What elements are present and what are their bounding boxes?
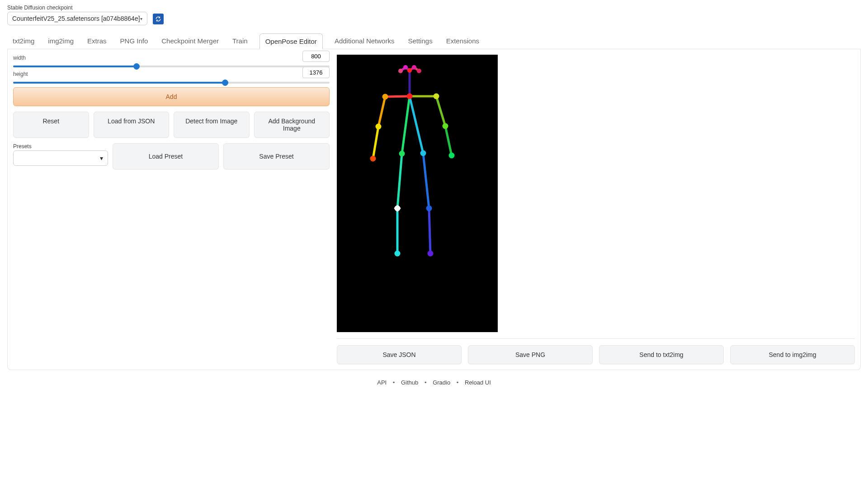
height-value[interactable]: [302, 67, 330, 78]
tab-checkpoint-merger[interactable]: Checkpoint Merger: [160, 33, 221, 49]
move-cursor-icon: [394, 205, 401, 211]
joint-l_wrist[interactable]: [449, 153, 455, 159]
detect-image-button[interactable]: Detect from Image: [174, 112, 250, 138]
footer-api-link[interactable]: API: [377, 379, 387, 386]
checkpoint-value: CounterfeitV25_25.safetensors [a074b8864…: [12, 15, 140, 22]
footer-github-link[interactable]: Github: [401, 379, 418, 386]
tab-settings[interactable]: Settings: [406, 33, 434, 49]
limb-l_shoulder-l_elbow[interactable]: [436, 96, 445, 126]
save-preset-button[interactable]: Save Preset: [223, 143, 330, 169]
refresh-icon: [155, 16, 161, 22]
limb-l_knee-l_ankle[interactable]: [429, 208, 430, 253]
joint-l_elbow[interactable]: [443, 123, 448, 129]
limb-neck-r_shoulder[interactable]: [385, 96, 410, 97]
chevron-down-icon: ▾: [140, 16, 142, 21]
send-img2img-button[interactable]: Send to img2img: [730, 345, 855, 364]
joint-nose[interactable]: [407, 68, 412, 73]
presets-label: Presets: [13, 143, 108, 150]
refresh-checkpoints-button[interactable]: [153, 14, 164, 24]
limb-r_shoulder-r_elbow[interactable]: [378, 97, 385, 127]
width-slider[interactable]: [13, 66, 330, 67]
joint-l_ear[interactable]: [417, 69, 421, 73]
tab-extras[interactable]: Extras: [85, 33, 108, 49]
joint-neck[interactable]: [407, 94, 413, 99]
tab-additional-networks[interactable]: Additional Networks: [333, 33, 396, 49]
add-bg-button[interactable]: Add Background Image: [254, 112, 330, 138]
joint-r_hip[interactable]: [399, 151, 405, 157]
main-tabs: txt2imgimg2imgExtrasPNG InfoCheckpoint M…: [7, 30, 861, 49]
joint-l_knee[interactable]: [426, 206, 432, 211]
checkpoint-select[interactable]: CounterfeitV25_25.safetensors [a074b8864…: [7, 12, 147, 25]
joint-r_elbow[interactable]: [376, 124, 382, 130]
save-json-button[interactable]: Save JSON: [337, 345, 462, 364]
joint-r_shoulder[interactable]: [382, 94, 388, 100]
send-txt2img-button[interactable]: Send to txt2img: [599, 345, 724, 364]
limb-l_elbow-l_wrist[interactable]: [445, 126, 452, 155]
limb-neck-r_hip[interactable]: [402, 96, 410, 154]
tab-txt2img[interactable]: txt2img: [11, 33, 36, 49]
tab-png-info[interactable]: PNG Info: [118, 33, 150, 49]
height-label: height: [13, 71, 28, 77]
divider: [337, 338, 855, 339]
chevron-down-icon: ▾: [100, 155, 103, 162]
limb-r_hip-r_knee[interactable]: [397, 154, 402, 208]
width-label: width: [13, 55, 26, 61]
pose-canvas[interactable]: [337, 55, 498, 332]
checkpoint-label: Stable Diffusion checkpoint: [7, 5, 147, 11]
height-slider[interactable]: [13, 82, 330, 84]
openpose-skeleton[interactable]: [337, 55, 498, 332]
joint-r_ankle[interactable]: [395, 251, 401, 257]
joint-l_eye[interactable]: [412, 65, 416, 70]
load-preset-button[interactable]: Load Preset: [113, 143, 219, 169]
joint-r_eye[interactable]: [403, 65, 408, 70]
reset-button[interactable]: Reset: [13, 112, 89, 138]
tab-openpose-editor[interactable]: OpenPose Editor: [259, 33, 323, 49]
limb-l_hip-l_knee[interactable]: [423, 153, 429, 208]
joint-r_wrist[interactable]: [370, 156, 376, 162]
joint-l_hip[interactable]: [420, 150, 426, 156]
limb-r_elbow-r_wrist[interactable]: [373, 127, 378, 159]
footer: API • Github • Gradio • Reload UI: [7, 375, 861, 389]
joint-l_ankle[interactable]: [428, 251, 434, 257]
width-value[interactable]: [302, 51, 330, 62]
save-png-button[interactable]: Save PNG: [468, 345, 593, 364]
width-slider-thumb[interactable]: [133, 63, 140, 70]
height-slider-thumb[interactable]: [222, 80, 228, 86]
tab-extensions[interactable]: Extensions: [444, 33, 481, 49]
add-button[interactable]: Add: [13, 87, 330, 106]
joint-r_ear[interactable]: [398, 69, 403, 73]
joint-l_shoulder[interactable]: [434, 94, 439, 99]
footer-reload-link[interactable]: Reload UI: [465, 379, 491, 386]
footer-gradio-link[interactable]: Gradio: [433, 379, 450, 386]
limb-neck-l_hip[interactable]: [410, 96, 423, 153]
load-json-button[interactable]: Load from JSON: [94, 112, 170, 138]
presets-select[interactable]: ▾: [13, 150, 108, 166]
tab-img2img[interactable]: img2img: [46, 33, 75, 49]
tab-train[interactable]: Train: [231, 33, 250, 49]
